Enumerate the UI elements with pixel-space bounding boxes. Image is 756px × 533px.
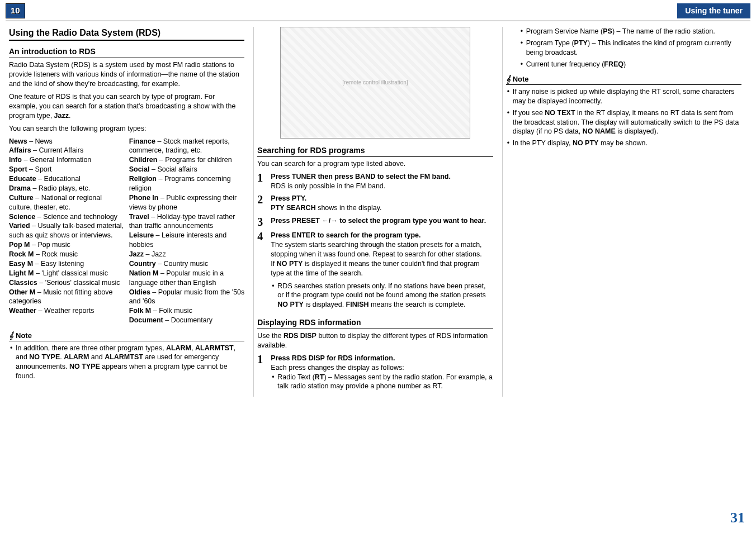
intro-p2: One feature of RDS is that you can searc… [9, 92, 244, 121]
program-type-list: News – NewsAffairs – Current AffairsInfo… [9, 137, 244, 326]
section-title: Using the tuner [677, 3, 750, 18]
heading-search: Searching for RDS programs [257, 145, 493, 157]
heading-display: Displaying RDS information [257, 317, 493, 329]
note-icon: 𝄞 [9, 331, 13, 341]
program-type: Other M – Music not fitting above catego… [9, 288, 125, 307]
program-type: Classics – 'Serious' classical music [9, 278, 125, 288]
rt-bullet: Radio Text (RT) – Messages sent by the r… [271, 373, 493, 392]
program-type: Children – Programs for children [129, 155, 245, 165]
program-type: Oldies – Popular music from the '50s and… [129, 288, 245, 307]
pty-bullet: Program Type (PTY) – This indicates the … [519, 39, 741, 58]
note-item: In addition, there are three other progr… [9, 344, 244, 382]
column-2: [remote control illustration] Searching … [254, 27, 502, 397]
program-type: Varied – Usually talk-based material, su… [9, 221, 125, 240]
program-type: Affairs – Current Affairs [9, 146, 125, 155]
program-type: Folk M – Folk music [129, 306, 245, 316]
remote-control-illustration: [remote control illustration] [280, 27, 470, 139]
note-heading-2: 𝄞 Note [506, 74, 741, 85]
program-type: Rock M – Rock music [9, 250, 125, 259]
program-type: Light M – 'Light' classical music [9, 269, 125, 278]
note3-2: If you see NO TEXT in the RT display, it… [506, 108, 741, 137]
freq-bullet: Current tuner frequency (FREQ) [519, 60, 741, 69]
step4-bullet: RDS searches station presets only. If no… [271, 282, 493, 310]
divider [6, 21, 750, 21]
program-type: Finance – Stock market reports, commerce… [129, 137, 245, 156]
step-4: 4 Press ENTER to search for the program … [257, 231, 493, 312]
page-number: 31 [730, 508, 745, 527]
program-type: News – News [9, 137, 125, 146]
disp-intro: Use the RDS DISP button to display the d… [257, 331, 493, 350]
note3-1: If any noise is picked up while displayi… [506, 87, 741, 106]
column-3: Program Service Name (PS) – The name of … [503, 27, 750, 397]
program-type: Educate – Educational [9, 174, 125, 184]
program-type: Jazz – Jazz [129, 250, 245, 259]
program-type: Country – Country music [129, 259, 245, 269]
disp-step-1: 1 Press RDS DISP for RDS information. Ea… [257, 354, 493, 394]
program-type: Weather – Weather reports [9, 306, 125, 316]
program-type: Leisure – Leisure interests and hobbies [129, 231, 245, 250]
heading-intro: An introduction to RDS [9, 46, 244, 58]
program-type: Travel – Holiday-type travel rather than… [129, 212, 245, 231]
program-type: Nation M – Popular music in a language o… [129, 269, 245, 288]
note-icon: 𝄞 [506, 74, 511, 84]
program-type: Science – Science and technology [9, 212, 125, 222]
chapter-badge: 10 [6, 3, 25, 18]
program-type: Easy M – Easy listening [9, 259, 125, 269]
program-type: Culture – National or regional culture, … [9, 193, 125, 212]
program-type: Phone In – Public expressing their views… [129, 193, 245, 212]
program-type: Sport – Sport [9, 165, 125, 174]
program-type: Religion – Programs concerning religion [129, 174, 245, 193]
search-intro: You can search for a program type listed… [257, 159, 493, 169]
note3-3: In the PTY display, NO PTY may be shown. [506, 139, 741, 148]
step-1: 1 Press TUNER then press BAND to select … [257, 172, 493, 191]
ps-bullet: Program Service Name (PS) – The name of … [519, 27, 741, 36]
intro-p3: You can search the following program typ… [9, 124, 244, 134]
column-1: Using the Radio Data System (RDS) An int… [6, 27, 254, 397]
program-type: Document – Documentary [129, 316, 245, 325]
program-type: Drama – Radio plays, etc. [9, 184, 125, 193]
intro-p1: Radio Data System (RDS) is a system used… [9, 60, 244, 89]
program-type: Pop M – Pop music [9, 240, 125, 250]
step-2: 2 Press PTY. PTY SEARCH shows in the dis… [257, 194, 493, 213]
step-3: 3 Press PRESET ←/→ to select the program… [257, 216, 493, 227]
heading-rds: Using the Radio Data System (RDS) [9, 27, 244, 41]
note-heading: 𝄞 Note [9, 331, 244, 341]
program-type: Info – General Information [9, 155, 125, 165]
program-type: Social – Social affairs [129, 165, 245, 174]
